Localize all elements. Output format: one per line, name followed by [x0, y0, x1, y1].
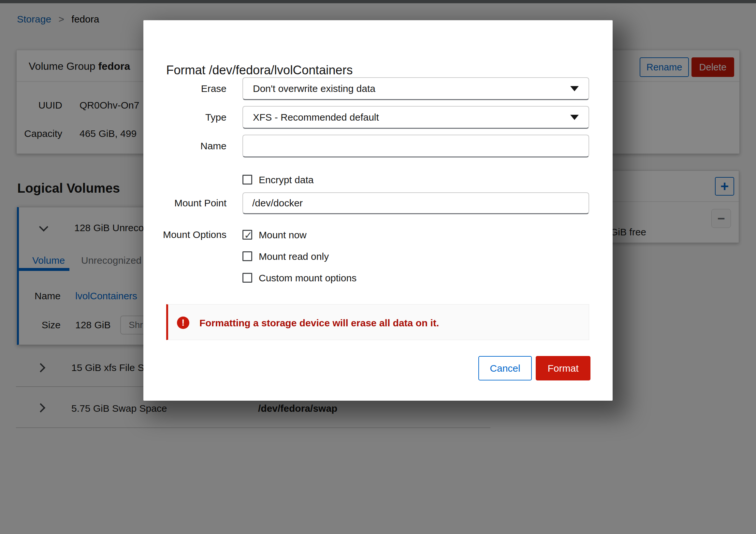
encrypt-label[interactable]: Encrypt data	[259, 174, 313, 186]
format-dialog: Format /dev/fedora/lvolContainers Erase …	[143, 20, 613, 401]
danger-alert: ! Formatting a storage device will erase…	[166, 304, 589, 340]
custom-mount-options-label[interactable]: Custom mount options	[259, 272, 357, 284]
caret-down-icon	[570, 86, 579, 91]
exclamation-circle-icon: !	[177, 317, 189, 329]
caret-down-icon	[570, 115, 579, 120]
dialog-title: Format /dev/fedora/lvolContainers	[166, 63, 353, 77]
alert-message: Formatting a storage device will erase a…	[200, 318, 439, 329]
mount-point-input[interactable]	[242, 192, 589, 214]
erase-label: Erase	[147, 82, 227, 95]
mount-point-label: Mount Point	[147, 197, 227, 210]
custom-mount-options-checkbox[interactable]	[242, 273, 252, 283]
cancel-button[interactable]: Cancel	[478, 356, 532, 380]
mount-now-checkbox[interactable]	[242, 230, 252, 239]
type-select-value: XFS - Recommended default	[253, 112, 570, 123]
name-label: Name	[147, 140, 227, 153]
mount-options-label: Mount Options	[147, 228, 227, 241]
format-button[interactable]: Format	[536, 356, 590, 380]
name-input[interactable]	[242, 135, 589, 157]
type-select[interactable]: XFS - Recommended default	[242, 106, 589, 129]
mount-read-only-checkbox[interactable]	[242, 251, 252, 261]
type-label: Type	[147, 111, 227, 124]
mount-now-label[interactable]: Mount now	[259, 229, 307, 241]
erase-select-value: Don't overwrite existing data	[253, 83, 570, 94]
mount-read-only-label[interactable]: Mount read only	[259, 251, 329, 263]
erase-select[interactable]: Don't overwrite existing data	[242, 77, 589, 100]
screen: Storage > fedora Volume Group fedora Ren…	[0, 0, 756, 534]
encrypt-checkbox[interactable]	[242, 175, 252, 184]
